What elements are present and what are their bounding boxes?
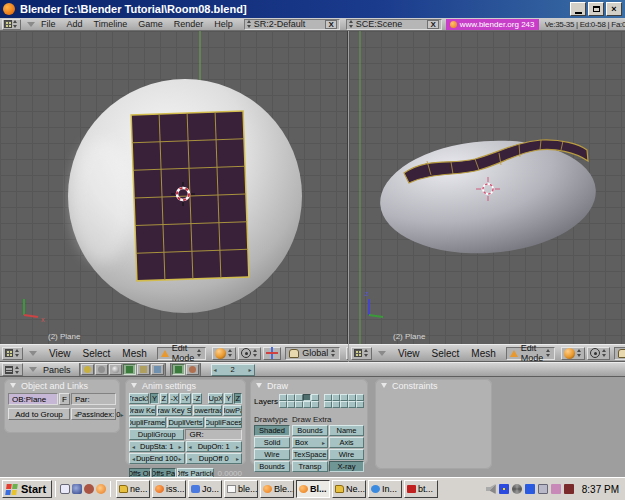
- pivot-button[interactable]: [238, 347, 261, 360]
- draw-mode-button[interactable]: [561, 347, 585, 360]
- dupliverts-toggle[interactable]: DupliVerts: [167, 417, 203, 428]
- layer-toggle[interactable]: [340, 394, 348, 401]
- task-button[interactable]: ble...: [224, 480, 258, 498]
- mode-select[interactable]: Edit Mode: [506, 347, 556, 360]
- camera-icon[interactable]: [564, 484, 574, 494]
- layer-toggle[interactable]: [295, 394, 303, 401]
- task-button[interactable]: Jo...: [188, 480, 222, 498]
- update-icon[interactable]: [512, 484, 522, 494]
- extra-axis-toggle[interactable]: Axis: [329, 437, 364, 448]
- manipulator-button[interactable]: [263, 347, 281, 360]
- extra-wire-toggle[interactable]: Wire: [329, 449, 364, 460]
- header-collapse-icon[interactable]: [29, 351, 37, 356]
- panel-header[interactable]: Object and Links: [4, 379, 120, 392]
- layer-toggle[interactable]: [279, 394, 287, 401]
- proportional-edit-button[interactable]: [346, 347, 348, 360]
- frame-increment-icon[interactable]: ▸: [249, 366, 252, 373]
- xray-toggle[interactable]: X-ray: [329, 461, 364, 472]
- window-type-button[interactable]: [2, 19, 21, 30]
- dupend-stepper[interactable]: ◂ DupEnd 100 ▸: [129, 453, 185, 464]
- menu-view[interactable]: View: [398, 348, 420, 359]
- dupon-stepper[interactable]: ◂ DupOn: 1 ▸: [186, 441, 243, 452]
- header-collapse-icon[interactable]: [378, 351, 386, 356]
- blender-quicklaunch-icon[interactable]: [96, 484, 106, 494]
- editing-context-button[interactable]: [137, 364, 150, 375]
- panel-collapse-icon[interactable]: [381, 383, 387, 388]
- increment-icon[interactable]: ▸: [178, 443, 181, 450]
- decrement-icon[interactable]: ◂: [189, 455, 192, 462]
- menu-render[interactable]: Render: [174, 19, 204, 29]
- tracky-toggle[interactable]: Y: [150, 393, 158, 404]
- decrement-icon[interactable]: ◂: [189, 443, 192, 450]
- scene-context-button[interactable]: [151, 364, 164, 375]
- extra-name-toggle[interactable]: Name: [329, 425, 364, 436]
- task-button[interactable]: In...: [368, 480, 402, 498]
- object-subcontext-button[interactable]: [172, 364, 185, 375]
- dupoff-stepper[interactable]: ◂ DupOff 0 ▸: [186, 453, 243, 464]
- orientation-select[interactable]: Global: [285, 347, 340, 360]
- slowpar-toggle[interactable]: SlowPar: [223, 405, 242, 416]
- menu-select[interactable]: Select: [432, 348, 460, 359]
- task-button[interactable]: bt...: [404, 480, 438, 498]
- extra-bounds-toggle[interactable]: Bounds: [292, 425, 328, 436]
- increment-icon[interactable]: ▸: [236, 443, 239, 450]
- layer-toggle[interactable]: [303, 401, 311, 408]
- drawtype-bounds[interactable]: Bounds: [254, 461, 290, 472]
- draw-mode-button[interactable]: [212, 347, 236, 360]
- trackz-toggle[interactable]: Z: [160, 393, 168, 404]
- layer-toggle[interactable]: [332, 401, 340, 408]
- parent-field[interactable]: Par:: [71, 393, 116, 405]
- mode-select[interactable]: Edit Mode: [157, 347, 207, 360]
- viewport-type-button[interactable]: [2, 347, 23, 360]
- task-button[interactable]: iss...: [152, 480, 186, 498]
- layer-toggle[interactable]: [295, 401, 303, 408]
- panel-header[interactable]: Anim settings: [125, 379, 246, 392]
- layer-toggle[interactable]: [348, 401, 356, 408]
- layer-toggle[interactable]: [324, 401, 332, 408]
- add-to-group-button[interactable]: Add to Group: [8, 408, 70, 420]
- track-negx-toggle[interactable]: -X: [169, 393, 179, 404]
- task-button[interactable]: Ne...: [332, 480, 366, 498]
- increment-icon[interactable]: ▸: [236, 455, 239, 462]
- menu-select[interactable]: Select: [83, 348, 111, 359]
- orientation-select[interactable]: Global: [614, 347, 625, 360]
- draw-key-sel-toggle[interactable]: Draw Key Sel: [157, 405, 192, 416]
- scene-clear-button[interactable]: X: [427, 20, 438, 29]
- security-icon[interactable]: [538, 484, 548, 494]
- texspace-toggle[interactable]: TexSpace: [292, 449, 328, 460]
- menu-game[interactable]: Game: [138, 19, 163, 29]
- panel-collapse-icon[interactable]: [10, 383, 16, 388]
- viewport-type-button[interactable]: [351, 347, 372, 360]
- logic-context-button[interactable]: [81, 364, 94, 375]
- layer-toggle[interactable]: [340, 401, 348, 408]
- media-quicklaunch-icon[interactable]: [84, 484, 94, 494]
- restore-button[interactable]: [588, 2, 604, 16]
- panel-collapse-icon[interactable]: [131, 383, 137, 388]
- bounds-type-select[interactable]: Box ▸: [292, 437, 328, 448]
- frame-stepper[interactable]: ◂ 2 ▸: [211, 364, 255, 376]
- task-button[interactable]: Ble...: [260, 480, 294, 498]
- increment-icon[interactable]: ▸: [120, 411, 123, 418]
- close-button[interactable]: ×: [606, 2, 622, 16]
- minimize-button[interactable]: [570, 2, 586, 16]
- powertrack-toggle[interactable]: Powertrack: [193, 405, 222, 416]
- screen-clear-button[interactable]: X: [325, 20, 336, 29]
- pass-index-stepper[interactable]: ◂ PassIndex: 0 ▸: [71, 408, 116, 420]
- panel-header[interactable]: Constraints: [375, 379, 492, 392]
- dupligroup-toggle[interactable]: DupliGroup: [129, 429, 184, 440]
- panel-header[interactable]: Draw: [250, 379, 368, 392]
- layer-toggle[interactable]: [311, 401, 319, 408]
- start-button[interactable]: Start: [2, 480, 52, 498]
- layer-toggle[interactable]: [324, 394, 332, 401]
- ob-name-field[interactable]: OB:Plane: [8, 393, 58, 405]
- task-button[interactable]: ne...: [116, 480, 150, 498]
- layer-toggle[interactable]: [303, 394, 311, 401]
- menu-help[interactable]: Help: [214, 19, 233, 29]
- dupsta-stepper[interactable]: ◂ DupSta: 1 ▸: [129, 441, 185, 452]
- network-icon[interactable]: [499, 484, 509, 494]
- layer-toggle[interactable]: [311, 394, 319, 401]
- transp-toggle[interactable]: Transp: [292, 461, 328, 472]
- header-collapse-icon[interactable]: [27, 22, 35, 27]
- decrement-icon[interactable]: ◂: [132, 455, 135, 462]
- upx-toggle[interactable]: UpX: [208, 393, 223, 404]
